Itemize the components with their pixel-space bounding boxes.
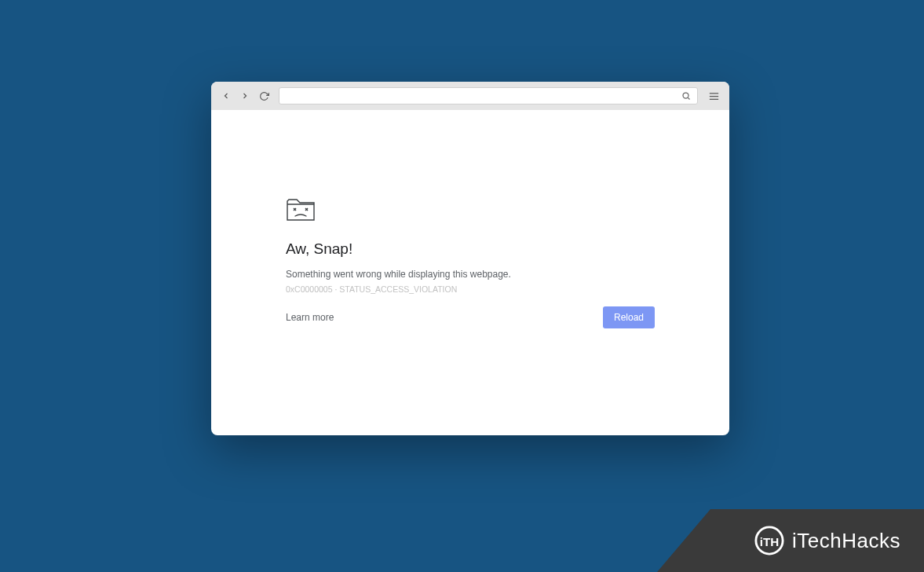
reload-icon <box>259 91 269 101</box>
brand-name: iTechHacks <box>792 529 900 553</box>
error-page-content: Aw, Snap! Something went wrong while dis… <box>211 110 729 328</box>
error-actions: Learn more Reload <box>286 306 655 328</box>
error-title: Aw, Snap! <box>286 240 655 258</box>
learn-more-link[interactable]: Learn more <box>286 312 334 323</box>
svg-point-0 <box>683 93 688 98</box>
svg-line-1 <box>688 97 689 99</box>
address-input[interactable] <box>286 90 681 101</box>
watermark-banner: iTH iTechHacks <box>657 509 924 572</box>
reload-toolbar-button[interactable] <box>257 89 271 103</box>
sad-folder-icon <box>286 196 655 226</box>
menu-button[interactable] <box>706 88 721 104</box>
brand-logo-icon: iTH <box>754 526 784 556</box>
browser-window: Aw, Snap! Something went wrong while dis… <box>211 82 729 435</box>
forward-button[interactable] <box>238 89 252 103</box>
search-icon <box>681 91 691 101</box>
svg-text:iTH: iTH <box>760 535 779 548</box>
chevron-right-icon <box>240 91 250 101</box>
error-code: 0xC0000005 · STATUS_ACCESS_VIOLATION <box>286 284 655 294</box>
address-bar[interactable] <box>279 87 698 104</box>
error-message: Something went wrong while displaying th… <box>286 269 655 280</box>
reload-button[interactable]: Reload <box>603 306 655 328</box>
back-button[interactable] <box>219 89 233 103</box>
chevron-left-icon <box>221 91 231 101</box>
browser-toolbar <box>211 82 729 110</box>
hamburger-icon <box>708 90 720 102</box>
